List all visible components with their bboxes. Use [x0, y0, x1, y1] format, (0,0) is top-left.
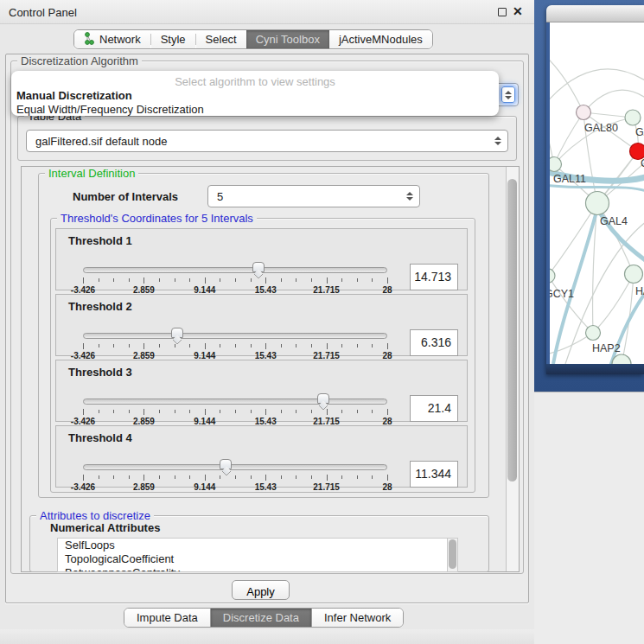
- threshold-value-field[interactable]: 11.344: [410, 461, 458, 488]
- algorithm-option-equal-width[interactable]: Equal Width/Frequency Discretization: [16, 103, 204, 116]
- vertical-scrollbar-thumb[interactable]: [507, 179, 517, 481]
- slider-tick: [83, 343, 84, 349]
- slider-tick: [251, 410, 252, 413]
- slider-track[interactable]: [83, 464, 387, 470]
- threshold-value-field[interactable]: 6.316: [410, 329, 458, 356]
- algorithm-placeholder-option[interactable]: Select algorithm to view settings: [11, 75, 499, 88]
- threshold-slider[interactable]: -3.4262.8599.14415.4321.71528: [83, 395, 387, 421]
- slider-tick: [159, 278, 160, 282]
- network-edge-thick: [550, 185, 644, 192]
- slider-tick: [311, 475, 312, 479]
- slider-tick: [387, 343, 388, 349]
- slider-tick: [357, 344, 358, 348]
- slider-tick: [372, 410, 373, 413]
- slider-tick: [387, 409, 388, 415]
- apply-button[interactable]: Apply: [232, 580, 290, 600]
- threshold-4-panel: Threshold 4-3.4262.8599.14415.4321.71528…: [55, 425, 468, 488]
- control-panel-titlebar: Control Panel ✕: [0, 0, 534, 24]
- slider-tick: [189, 344, 190, 348]
- threshold-slider[interactable]: -3.4262.8599.14415.4321.71528: [83, 264, 387, 290]
- attributes-scrollbar-thumb[interactable]: [449, 539, 456, 569]
- slider-tick: [387, 475, 388, 481]
- slider-tick: [189, 278, 190, 282]
- threshold-value-field[interactable]: 21.4: [410, 395, 458, 422]
- slider-track[interactable]: [83, 267, 387, 273]
- network-node-hap2[interactable]: [586, 326, 601, 341]
- attribute-list-item[interactable]: TopologicalCoefficient: [58, 552, 458, 566]
- tab-label: jActiveMNodules: [339, 33, 423, 46]
- table-panel: Table Panel ⚙ ☑ ☑ shared… na YDL19…YDL1Y…: [534, 392, 644, 644]
- slider-tick: [189, 410, 190, 413]
- slider-thumb[interactable]: [252, 262, 265, 272]
- bottom-tab-impute-data[interactable]: Impute Data: [124, 609, 210, 627]
- network-node-gal11[interactable]: [550, 157, 562, 172]
- attribute-list-item[interactable]: BetweennessCentrality: [58, 566, 458, 572]
- threshold-value-field[interactable]: 14.713: [410, 264, 458, 290]
- network-window-titlebar[interactable]: [546, 5, 644, 22]
- slider-tick: [189, 475, 190, 479]
- slider-tick: [220, 475, 220, 479]
- float-window-icon[interactable]: [498, 8, 507, 16]
- slider-thumb[interactable]: [317, 393, 329, 404]
- network-node-label: G: [641, 157, 644, 169]
- slider-tick: [143, 343, 144, 349]
- slider-tick: [235, 344, 236, 348]
- network-node-ga[interactable]: [625, 110, 641, 125]
- attributes-to-discretize-label: Attributes to discretize: [36, 510, 154, 521]
- bottom-tab-discretize-data[interactable]: Discretize Data: [210, 609, 311, 627]
- slider-tick: [281, 475, 282, 479]
- network-node-gcy1[interactable]: [550, 269, 555, 283]
- slider-tick: [372, 344, 373, 348]
- tab-label: Infer Network: [324, 611, 391, 624]
- tab-label: Cyni Toolbox: [256, 33, 320, 46]
- slider-tick: [205, 475, 206, 481]
- numerical-attributes-label: Numerical Attributes: [50, 521, 160, 534]
- slider-tick: [357, 475, 358, 479]
- slider-tick: [372, 475, 373, 479]
- slider-track[interactable]: [83, 333, 387, 339]
- slider-tick: [175, 475, 175, 479]
- number-of-intervals-value: 5: [208, 190, 403, 203]
- network-edge: [622, 274, 634, 364]
- slider-tick: [175, 410, 175, 413]
- algorithm-option-manual[interactable]: Manual Discretization: [16, 89, 132, 102]
- slider-tick: [220, 344, 220, 348]
- bottom-tab-infer-network[interactable]: Infer Network: [311, 609, 403, 627]
- slider-thumb[interactable]: [220, 459, 232, 469]
- network-canvas[interactable]: GAL80GAGGAL11GAL4GCY1HAHAP2: [550, 22, 644, 364]
- tab-style[interactable]: Style: [151, 30, 195, 48]
- close-icon[interactable]: ✕: [513, 4, 523, 18]
- table-data-select[interactable]: galFiltered.sif default node: [26, 130, 508, 152]
- threshold-coordinates-label: Threshold's Coordinates for 5 Intervals: [57, 213, 257, 224]
- panel-title: Control Panel: [9, 6, 77, 19]
- network-node-label: GAL11: [553, 173, 586, 185]
- slider-tick: [281, 344, 282, 348]
- tab-jactivemnodules[interactable]: jActiveMNodules: [329, 30, 432, 48]
- slider-tick: [83, 409, 84, 415]
- network-edge: [554, 112, 583, 164]
- attribute-list-item[interactable]: SelfLoops: [58, 539, 458, 552]
- slider-thumb[interactable]: [171, 328, 183, 338]
- numerical-attributes-list[interactable]: SelfLoopsTopologicalCoefficientBetweenne…: [57, 538, 458, 572]
- tab-network[interactable]: Network: [74, 30, 150, 48]
- slider-tick: [159, 344, 160, 348]
- number-of-intervals-select[interactable]: 5: [207, 185, 420, 207]
- slider-tick: [175, 278, 175, 282]
- network-node-gal80[interactable]: [577, 105, 591, 120]
- tab-cyni-toolbox[interactable]: Cyni Toolbox: [246, 30, 329, 48]
- slider-tick: [341, 475, 342, 479]
- network-node-ha[interactable]: [625, 265, 643, 284]
- slider-tick: [296, 344, 296, 348]
- threshold-slider[interactable]: -3.4262.8599.14415.4321.71528: [83, 329, 387, 355]
- slider-track[interactable]: [83, 399, 387, 405]
- network-edge-thick: [553, 208, 597, 364]
- table-data-select-value: galFiltered.sif default node: [27, 135, 491, 148]
- slider-tick: [311, 278, 312, 282]
- slider-tick: [327, 409, 328, 415]
- network-node-gal4[interactable]: [586, 192, 609, 215]
- slider-tick: [265, 475, 266, 481]
- threshold-slider[interactable]: -3.4262.8599.14415.4321.71528: [83, 461, 387, 487]
- tab-label: Discretize Data: [223, 611, 299, 624]
- tab-select[interactable]: Select: [196, 30, 246, 48]
- network-node-label: GAL80: [584, 122, 618, 134]
